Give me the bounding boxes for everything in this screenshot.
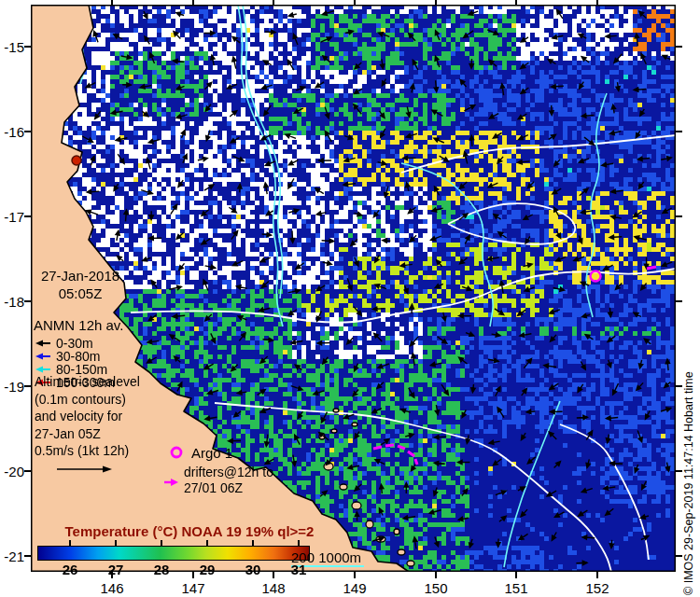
altimetric-note: Altimetric sealevel(0.1m contours)and ve… [35, 373, 140, 460]
y-axis-tick [24, 555, 31, 557]
y-axis-tick-right [676, 385, 682, 387]
colorbar-tick [115, 540, 117, 546]
x-axis-label: 147 [173, 580, 214, 596]
x-axis-label: 150 [415, 580, 456, 596]
y-axis-label: -17 [0, 209, 24, 225]
drifters-label-1: drifters@12h to [184, 465, 273, 479]
y-axis-tick-right [676, 215, 682, 217]
altimetric-note-line: Altimetric sealevel [35, 373, 140, 391]
colorbar-tick-label: 28 [146, 562, 177, 577]
date-label: 27-Jan-2018 05:05Z [33, 267, 128, 302]
colorbar-title: Temperature (°C) NOAA 19 19% ql>=2 [40, 523, 339, 539]
colorbar-tick-label: 30 [237, 562, 269, 577]
drifter-track [415, 459, 417, 465]
y-axis-tick [24, 300, 31, 302]
depth-arrow-icon [34, 339, 52, 348]
anmn-legend-title: ANMN 12h av. [34, 319, 123, 332]
altimetric-note-line: 27-Jan 05Z [35, 425, 140, 443]
y-axis-label: -16 [0, 124, 24, 140]
x-axis-tick [354, 572, 356, 578]
drifter-track [408, 451, 414, 456]
sst-map-product: 27-Jan-2018 05:05Z ANMN 12h av. 0-30m30-… [0, 0, 700, 597]
colorbar-tick-label: 31 [283, 562, 315, 577]
x-axis-label: 148 [253, 580, 294, 596]
map-area: 27-Jan-2018 05:05Z ANMN 12h av. 0-30m30-… [31, 5, 676, 572]
y-axis-label: -18 [0, 294, 24, 310]
x-axis-tick [515, 572, 517, 578]
colorbar-tick [252, 540, 254, 546]
drifter-arrow-icon [162, 477, 179, 488]
y-axis-tick-right [676, 555, 682, 557]
y-axis-label: -15 [0, 39, 24, 55]
colorbar [37, 546, 310, 561]
reference-arrow [54, 463, 116, 476]
y-axis-tick-right [676, 46, 682, 48]
y-axis-label: -20 [0, 464, 24, 479]
anmn-legend-item: 30-80m [34, 350, 123, 363]
colorbar-tick [298, 540, 300, 546]
y-axis-tick [24, 46, 31, 48]
y-axis-tick-right [676, 300, 682, 302]
drifter-track [385, 445, 394, 446]
y-axis-label: -19 [0, 379, 24, 395]
drifter-track [647, 267, 656, 269]
depth-range-label: 30-80m [56, 350, 100, 363]
anmn-legend-item: 0-30m [34, 337, 123, 350]
x-axis-label: 146 [91, 580, 133, 596]
y-axis-tick [24, 385, 31, 387]
drifter-track [373, 447, 382, 449]
depth-range-label: 0-30m [56, 337, 93, 350]
altimetric-note-line: and velocity for [35, 408, 140, 425]
y-axis-tick-right [676, 131, 682, 132]
date-line1: 27-Jan-2018 [33, 267, 128, 285]
altimetric-note-line: 0.5m/s (1kt 12h) [35, 442, 140, 460]
altimetric-note-line: (0.1m contours) [35, 391, 140, 409]
x-axis-label: 152 [577, 580, 618, 596]
date-line2: 05:05Z [33, 285, 128, 302]
x-axis-label: 151 [496, 580, 537, 596]
x-axis-label: 149 [334, 580, 375, 596]
drifter-track [398, 446, 405, 449]
x-axis-tick [596, 572, 598, 578]
argo-label: Argo 1 [191, 447, 232, 460]
colorbar-tick [69, 540, 71, 546]
watermark: © IMOS 29-Sep-2019 11:47:14 Hobart time [682, 371, 695, 595]
x-axis-tick [435, 572, 437, 578]
y-axis-tick [24, 131, 31, 132]
drifters-label-2: 27/01 06Z [184, 481, 243, 494]
x-axis-tick [273, 572, 274, 578]
y-axis-label: -21 [0, 548, 24, 564]
colorbar-tick-label: 26 [54, 562, 86, 577]
colorbar-tick [206, 540, 208, 546]
colorbar-tick-label: 29 [191, 562, 223, 577]
argo-circle-icon [169, 445, 184, 460]
y-axis-tick [24, 215, 31, 217]
colorbar-tick [161, 540, 162, 546]
depth-arrow-icon [34, 352, 52, 361]
colorbar-tick-label: 27 [100, 562, 132, 577]
y-axis-tick [24, 470, 31, 472]
mooring-dot [72, 156, 81, 165]
y-axis-tick-right [676, 470, 682, 472]
